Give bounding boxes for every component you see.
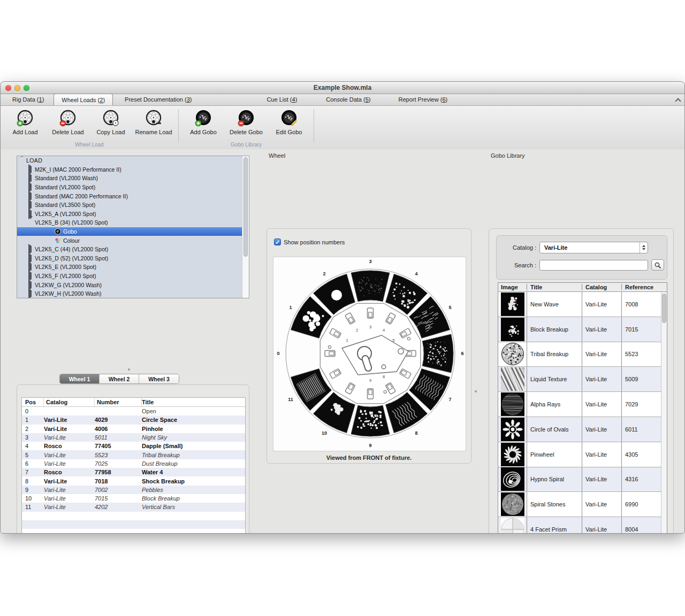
toolbar-collapse-chevron-icon[interactable] xyxy=(676,98,680,102)
gobo-scrollbar[interactable] xyxy=(661,292,667,534)
gobo-row-alpha-rays[interactable]: Alpha RaysVari-Lite7029 xyxy=(498,392,667,417)
column-header-reference[interactable]: Reference xyxy=(622,284,667,290)
cell-pos: 10 xyxy=(22,495,44,502)
tree-item-gobo[interactable]: Gobo xyxy=(17,227,249,236)
load-table-row[interactable]: 7Rosco77958Water 4 xyxy=(22,468,245,476)
column-header-catalog[interactable]: Catalog xyxy=(44,398,95,406)
gobo-thumbnail xyxy=(501,443,524,466)
cell-catalog: Vari-Lite xyxy=(582,317,622,342)
column-header-pos[interactable]: Pos xyxy=(22,398,44,406)
search-label: Search : xyxy=(503,262,536,268)
wheel-panel-label: Wheel xyxy=(269,152,285,159)
tree-item-load[interactable]: LOAD xyxy=(17,156,249,165)
load-table-row[interactable]: 0Open xyxy=(22,407,245,415)
load-table-row[interactable]: 3Vari-Lite5011Night Sky xyxy=(22,433,245,442)
load-table-row[interactable]: 1Vari-Lite4029Circle Space xyxy=(22,415,245,424)
show-position-numbers-label: Show position numbers xyxy=(284,239,345,245)
tree-item-vl2k5-f-vl2000-spot[interactable]: VL2K5_F (VL2000 Spot) xyxy=(17,272,249,281)
tree-item-label: VL2KW_G (VL2000 Wash) xyxy=(35,282,102,288)
gobo-scrollbar-thumb[interactable] xyxy=(662,294,666,323)
load-table-row[interactable]: 8Vari-Lite7018Shock Breakup xyxy=(22,476,245,485)
tree-item-vl2kw-h-vl2000-wash[interactable]: VL2KW_H (VL2000 Wash) xyxy=(17,289,249,298)
splitter-handle[interactable] xyxy=(128,368,130,371)
disclosure-closed-icon[interactable] xyxy=(28,166,34,173)
gobo-row-liquid-texture[interactable]: Liquid TextureVari-Lite5009 xyxy=(498,367,667,392)
search-button[interactable] xyxy=(651,259,664,271)
tree-item-standard-vl3500-spot[interactable]: Standard (VL3500 Spot) xyxy=(17,201,249,210)
disclosure-closed-icon[interactable] xyxy=(28,175,34,181)
tree-scrollbar-thumb[interactable] xyxy=(243,157,248,257)
tree-item-vl2kw-g-vl2000-wash[interactable]: VL2KW_G (VL2000 Wash) xyxy=(17,280,249,289)
load-table-row[interactable]: 11Vari-Lite4202Vertical Bars xyxy=(22,503,245,511)
tab-cue-list-4[interactable]: Cue List (4) xyxy=(259,94,305,105)
tree-item-vl2k5-d-52-vl2000-spot[interactable]: VL2K5_D (52) (VL2000 Spot) xyxy=(17,254,249,263)
tree-item-vl2k5-c-44-vl2000-spot[interactable]: VL2K5_C (44) (VL2000 Spot) xyxy=(17,245,249,254)
gobo-row-circle-of-ovals[interactable]: Circle of OvalsVari-Lite6011 xyxy=(498,417,667,442)
disclosure-closed-icon[interactable] xyxy=(28,282,34,288)
column-header-catalog[interactable]: Catalog xyxy=(582,284,622,290)
disclosure-closed-icon[interactable] xyxy=(28,290,34,297)
tree-item-standard-mac-2000-performance-ii[interactable]: Standard (MAC 2000 Performance II) xyxy=(17,191,249,201)
empty-row xyxy=(22,512,245,520)
disclosure-closed-icon[interactable] xyxy=(28,264,34,270)
gobo-row-block-breakup[interactable]: Block BreakupVari-Lite7015 xyxy=(498,317,667,342)
toolbar: Add LoadDelete LoadCopy LoadRename LoadW… xyxy=(1,106,684,150)
tree-item-m2k-i-mac-2000-performance-ii[interactable]: M2K_I (MAC 2000 Performance II) xyxy=(17,165,249,174)
disclosure-closed-icon[interactable] xyxy=(28,193,34,199)
load-table-row[interactable]: 4Rosco77405Dapple (Small) xyxy=(22,442,245,450)
wheel-tab-2[interactable]: Wheel 2 xyxy=(100,374,139,383)
toolbar-button-label: Delete Gobo xyxy=(230,129,263,135)
window-title: Example Show.mla xyxy=(1,84,684,91)
show-position-numbers-checkbox[interactable]: ✓ xyxy=(274,238,281,245)
disclosure-closed-icon[interactable] xyxy=(28,246,34,252)
load-table-row[interactable]: 2Vari-Lite4006Pinhole xyxy=(22,425,245,433)
load-table-row[interactable]: 9Vari-Lite7002Pebbles xyxy=(22,486,245,494)
tree-item-label: VL2K5_C (44) (VL2000 Spot) xyxy=(35,246,108,252)
gobo-row-spiral-stones[interactable]: Spiral StonesVari-Lite6990 xyxy=(498,492,667,517)
column-header-image[interactable]: Image xyxy=(498,284,527,290)
tree-item-vl2k5-e-vl2000-spot[interactable]: VL2K5_E (VL2000 Spot) xyxy=(17,263,249,272)
gobo-row-tribal-breakup[interactable]: Tribal BreakupVari-Lite5523 xyxy=(498,342,667,367)
load-table-row[interactable]: 6Vari-Lite7025Dust Breakup xyxy=(22,459,245,468)
gobo-row-pinwheel[interactable]: PinwheelVari-Lite4305 xyxy=(498,442,667,467)
gobo-row-new-wave[interactable]: New WaveVari-Lite7008 xyxy=(498,292,667,317)
tab-rig-data-1[interactable]: Rig Data (1) xyxy=(5,94,51,105)
splitter-handle[interactable] xyxy=(475,390,477,392)
disclosure-closed-icon[interactable] xyxy=(28,255,34,261)
tree-item-standard-vl2000-wash[interactable]: Standard (VL2000 Wash) xyxy=(17,174,249,183)
gobo-thumbnail-new-wave xyxy=(501,292,524,316)
catalog-dropdown[interactable]: Vari-Lite xyxy=(539,242,648,253)
gobo-row-four-facet-prism[interactable]: 4 Facet PrismVari-Lite8004 xyxy=(498,517,667,534)
disclosure-closed-icon[interactable] xyxy=(28,184,34,190)
tree-item-vl2k5-a-vl2000-spot[interactable]: VL2K5_A (VL2000 Spot) xyxy=(17,210,249,219)
load-table-row[interactable]: 10Vari-Lite7015Block Breakup xyxy=(22,494,245,503)
cell-reference: 8004 xyxy=(622,517,667,534)
cell-image xyxy=(498,467,527,492)
cell-number: 4202 xyxy=(95,504,142,510)
tab-console-data-5[interactable]: Console Data (5) xyxy=(318,94,378,105)
disclosure-closed-icon[interactable] xyxy=(28,202,34,208)
column-header-title[interactable]: Title xyxy=(527,284,582,290)
tab-wheel-loads-2[interactable]: Wheel Loads (2) xyxy=(54,94,113,105)
tree-item-vl2k5-b-34-vl2000-spot[interactable]: VL2K5_B (34) (VL2000 Spot) xyxy=(17,218,249,227)
disclosure-open-icon[interactable] xyxy=(28,219,34,226)
tab-preset-documentation-3[interactable]: Preset Documentation (3) xyxy=(117,94,199,105)
wheel-tab-3[interactable]: Wheel 3 xyxy=(139,374,179,383)
cell-reference: 4305 xyxy=(622,442,667,467)
disclosure-open-icon[interactable] xyxy=(20,157,25,164)
gobo-wheel-icon xyxy=(237,109,256,128)
gobo-thumbnail-pinwheel xyxy=(501,443,524,466)
search-input[interactable] xyxy=(539,260,648,271)
tree-item-colour[interactable]: Colour xyxy=(17,236,249,245)
load-table-row[interactable]: 5Vari-Lite5523Tribal Breakup xyxy=(22,450,245,459)
tree-item-standard-vl2000-spot[interactable]: Standard (VL2000 Spot) xyxy=(17,183,249,192)
cell-pos: 11 xyxy=(22,504,44,510)
wheel-tab-1[interactable]: Wheel 1 xyxy=(60,374,100,383)
gobo-row-hypno-spiral[interactable]: Hypno SpiralVari-Lite4316 xyxy=(498,467,667,492)
tree-scrollbar[interactable] xyxy=(242,156,249,298)
column-header-title[interactable]: Title xyxy=(142,399,245,405)
tab-report-preview-6[interactable]: Report Preview (6) xyxy=(391,94,455,105)
disclosure-closed-icon[interactable] xyxy=(28,273,34,279)
column-header-number[interactable]: Number xyxy=(95,398,142,406)
cell-title: Shock Breakup xyxy=(142,478,245,484)
